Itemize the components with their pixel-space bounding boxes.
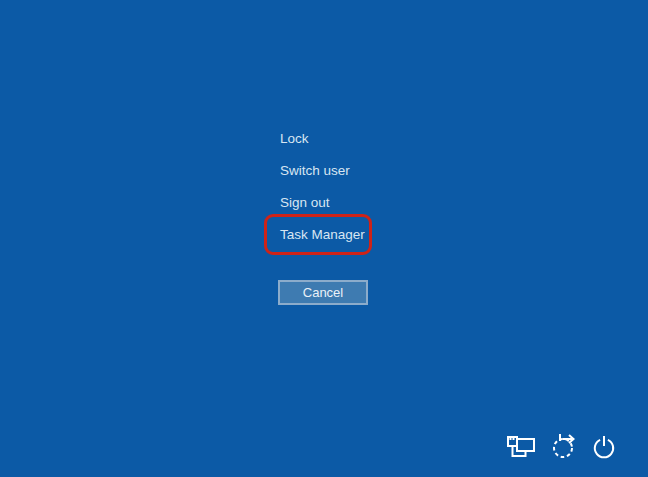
menu-item-sign-out-label: Sign out	[280, 195, 330, 210]
menu-item-task-manager-label: Task Manager	[280, 227, 365, 242]
tray-icon-row	[506, 433, 617, 460]
menu-item-switch-user[interactable]: Switch user	[280, 161, 365, 193]
menu-item-sign-out[interactable]: Sign out	[280, 193, 365, 225]
menu-item-switch-user-label: Switch user	[280, 163, 350, 178]
ease-of-access-icon[interactable]	[550, 433, 577, 460]
menu-item-task-manager[interactable]: Task Manager	[280, 225, 365, 257]
menu-item-lock-label: Lock	[280, 131, 309, 146]
cancel-button[interactable]: Cancel	[278, 280, 368, 305]
power-icon[interactable]	[591, 434, 617, 460]
security-options-menu: Lock Switch user Sign out Task Manager	[280, 129, 365, 257]
windows-security-screen: Lock Switch user Sign out Task Manager C…	[0, 0, 648, 477]
menu-item-lock[interactable]: Lock	[280, 129, 365, 161]
network-icon[interactable]	[506, 435, 536, 459]
